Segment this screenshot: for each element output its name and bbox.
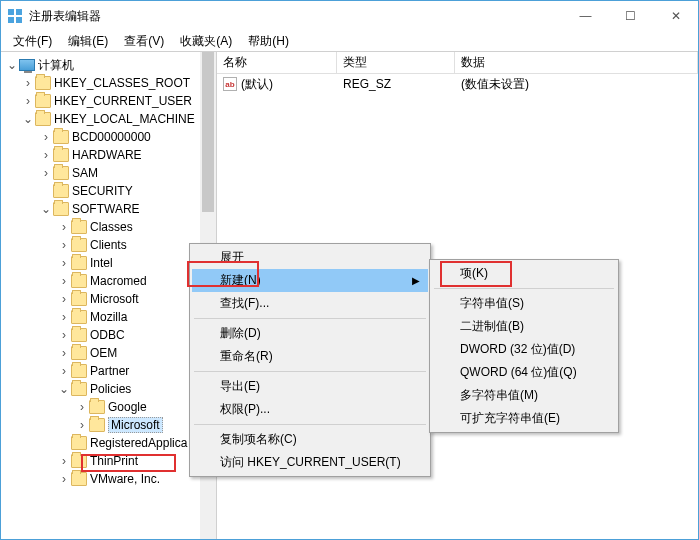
svg-rect-1 xyxy=(16,9,22,15)
list-header: 名称 类型 数据 xyxy=(217,52,698,74)
folder-icon xyxy=(71,220,87,234)
col-name[interactable]: 名称 xyxy=(217,52,337,73)
tree-hklm[interactable]: ⌄HKEY_LOCAL_MACHINE xyxy=(1,110,216,128)
ctx-new-binary[interactable]: 二进制值(B) xyxy=(432,315,616,338)
window-title: 注册表编辑器 xyxy=(29,8,563,25)
menu-favorites[interactable]: 收藏夹(A) xyxy=(172,31,240,52)
context-submenu-new: 项(K) 字符串值(S) 二进制值(B) DWORD (32 位)值(D) QW… xyxy=(429,259,619,433)
tree-macromed[interactable]: ›Macromed xyxy=(1,272,216,290)
folder-icon xyxy=(71,454,87,468)
tree-classes[interactable]: ›Classes xyxy=(1,218,216,236)
string-value-icon: ab xyxy=(223,77,237,91)
tree-hkcr[interactable]: ›HKEY_CLASSES_ROOT xyxy=(1,74,216,92)
maximize-button[interactable]: ☐ xyxy=(608,1,653,31)
col-data[interactable]: 数据 xyxy=(455,52,698,73)
menu-view[interactable]: 查看(V) xyxy=(116,31,172,52)
svg-rect-0 xyxy=(8,9,14,15)
folder-icon xyxy=(53,184,69,198)
folder-icon xyxy=(71,274,87,288)
ctx-permissions[interactable]: 权限(P)... xyxy=(192,398,428,421)
separator xyxy=(194,424,426,425)
folder-icon xyxy=(53,166,69,180)
folder-icon xyxy=(71,292,87,306)
menu-file[interactable]: 文件(F) xyxy=(5,31,60,52)
separator xyxy=(194,318,426,319)
close-button[interactable]: ✕ xyxy=(653,1,698,31)
tree-hardware[interactable]: ›HARDWARE xyxy=(1,146,216,164)
folder-icon xyxy=(71,382,87,396)
folder-icon xyxy=(71,256,87,270)
tree-sam[interactable]: ›SAM xyxy=(1,164,216,182)
ctx-goto-hkcu[interactable]: 访问 HKEY_CURRENT_USER(T) xyxy=(192,451,428,474)
menu-edit[interactable]: 编辑(E) xyxy=(60,31,116,52)
value-type: REG_SZ xyxy=(337,77,455,91)
folder-icon xyxy=(53,148,69,162)
folder-icon xyxy=(53,130,69,144)
tree-partner[interactable]: ›Partner xyxy=(1,362,216,380)
ctx-export[interactable]: 导出(E) xyxy=(192,375,428,398)
svg-rect-2 xyxy=(8,17,14,23)
titlebar: 注册表编辑器 ― ☐ ✕ xyxy=(1,1,698,31)
folder-icon xyxy=(89,418,105,432)
context-menu: 展开 新建(N)▶ 查找(F)... 删除(D) 重命名(R) 导出(E) 权限… xyxy=(189,243,431,477)
tree-software[interactable]: ⌄SOFTWARE xyxy=(1,200,216,218)
list-row[interactable]: ab(默认) REG_SZ (数值未设置) xyxy=(217,74,698,94)
folder-icon xyxy=(53,202,69,216)
folder-icon xyxy=(89,400,105,414)
ctx-copy-key-name[interactable]: 复制项名称(C) xyxy=(192,428,428,451)
folder-icon xyxy=(71,346,87,360)
col-type[interactable]: 类型 xyxy=(337,52,455,73)
computer-icon xyxy=(19,59,35,71)
ctx-expand[interactable]: 展开 xyxy=(192,246,428,269)
submenu-arrow-icon: ▶ xyxy=(412,275,420,286)
tree-microsoft[interactable]: ›Microsoft xyxy=(1,290,216,308)
folder-icon xyxy=(71,238,87,252)
ctx-new-expand[interactable]: 可扩充字符串值(E) xyxy=(432,407,616,430)
tree-odbc[interactable]: ›ODBC xyxy=(1,326,216,344)
scrollbar-thumb[interactable] xyxy=(202,52,214,212)
ctx-new[interactable]: 新建(N)▶ xyxy=(192,269,428,292)
separator xyxy=(434,288,614,289)
tree-bcd[interactable]: ›BCD00000000 xyxy=(1,128,216,146)
menu-help[interactable]: 帮助(H) xyxy=(240,31,297,52)
tree-regapp[interactable]: ›RegisteredApplica xyxy=(1,434,216,452)
tree-security[interactable]: ›SECURITY xyxy=(1,182,216,200)
ctx-new-key[interactable]: 项(K) xyxy=(432,262,616,285)
ctx-rename[interactable]: 重命名(R) xyxy=(192,345,428,368)
app-icon xyxy=(7,8,23,24)
tree-policies[interactable]: ⌄Policies xyxy=(1,380,216,398)
folder-icon xyxy=(71,310,87,324)
tree-oem[interactable]: ›OEM xyxy=(1,344,216,362)
tree-vmware[interactable]: ›VMware, Inc. xyxy=(1,470,216,488)
folder-icon xyxy=(35,76,51,90)
ctx-find[interactable]: 查找(F)... xyxy=(192,292,428,315)
folder-icon xyxy=(35,112,51,126)
window-controls: ― ☐ ✕ xyxy=(563,1,698,31)
folder-icon xyxy=(71,364,87,378)
folder-icon xyxy=(71,436,87,450)
tree-policies-microsoft[interactable]: ›Microsoft xyxy=(1,416,216,434)
value-name: (默认) xyxy=(241,76,273,93)
svg-rect-3 xyxy=(16,17,22,23)
ctx-new-multi[interactable]: 多字符串值(M) xyxy=(432,384,616,407)
value-data: (数值未设置) xyxy=(455,76,698,93)
ctx-delete[interactable]: 删除(D) xyxy=(192,322,428,345)
tree-mozilla[interactable]: ›Mozilla xyxy=(1,308,216,326)
tree-computer[interactable]: ⌄计算机 xyxy=(1,56,216,74)
separator xyxy=(194,371,426,372)
ctx-new-qword[interactable]: QWORD (64 位)值(Q) xyxy=(432,361,616,384)
folder-icon xyxy=(71,328,87,342)
folder-icon xyxy=(35,94,51,108)
tree-hkcu[interactable]: ›HKEY_CURRENT_USER xyxy=(1,92,216,110)
ctx-new-dword[interactable]: DWORD (32 位)值(D) xyxy=(432,338,616,361)
tree-pane[interactable]: ⌄计算机 ›HKEY_CLASSES_ROOT ›HKEY_CURRENT_US… xyxy=(1,52,217,539)
tree-thinprint[interactable]: ›ThinPrint xyxy=(1,452,216,470)
minimize-button[interactable]: ― xyxy=(563,1,608,31)
ctx-new-string[interactable]: 字符串值(S) xyxy=(432,292,616,315)
tree-intel[interactable]: ›Intel xyxy=(1,254,216,272)
tree-clients[interactable]: ›Clients xyxy=(1,236,216,254)
menu-bar: 文件(F) 编辑(E) 查看(V) 收藏夹(A) 帮助(H) xyxy=(1,31,698,51)
folder-icon xyxy=(71,472,87,486)
tree-google[interactable]: ›Google xyxy=(1,398,216,416)
